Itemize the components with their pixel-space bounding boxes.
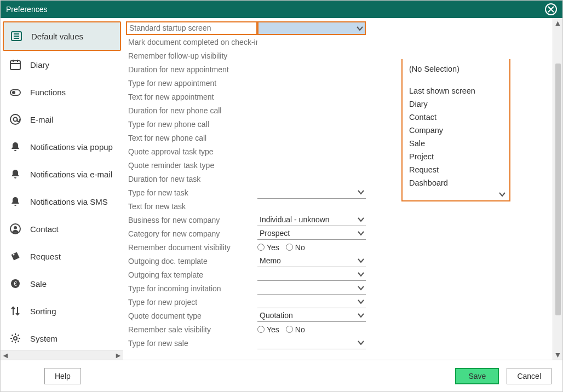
radio-option[interactable]: No [286, 243, 305, 252]
sidebar-item-label: Contact [30, 224, 59, 234]
radio-option[interactable]: No [286, 325, 305, 334]
pref-row-quote-document-type: Quote document typeQuotation [126, 309, 550, 322]
scroll-right-icon: ► [114, 351, 122, 359]
dropdown-option[interactable]: Request [409, 163, 507, 176]
sidebar-item-sorting[interactable]: Sorting [3, 297, 121, 325]
sidebar-item-label: Notifications via popup [30, 142, 113, 152]
sidebar-item-label: E-mail [30, 115, 54, 124]
dropdown-option-no-selection[interactable]: (No Selection) [409, 62, 507, 76]
scroll-left-icon: ◄ [2, 351, 9, 359]
pref-row-remember-sale-visibility: Remember sale visibilityYesNo [126, 322, 550, 336]
user-icon [9, 223, 21, 235]
toggle-icon [9, 86, 21, 98]
money-icon [9, 278, 21, 290]
radio-input[interactable] [286, 244, 293, 251]
scroll-up-icon: ▲ [554, 19, 562, 27]
pref-label: Standard startup screen [126, 21, 257, 35]
sidebar-item-sale[interactable]: Sale [3, 270, 121, 297]
pref-label: Type for new phone call [126, 120, 257, 129]
pref-row-type-for-new-sale: Type for new sale [126, 336, 550, 350]
sidebar-item-system[interactable]: System [3, 325, 121, 350]
pref-dropdown[interactable] [257, 269, 366, 281]
close-icon [548, 6, 554, 13]
dropdown-option[interactable]: Diary [409, 97, 507, 111]
chevron-down-icon [357, 284, 365, 292]
pref-dropdown[interactable]: Prospect [257, 228, 366, 240]
pref-label: Category for new company [126, 229, 257, 238]
pref-label: Duration for new phone call [126, 106, 257, 115]
sidebar-horizontal-scrollbar[interactable]: ◄ ► [1, 350, 123, 360]
radio-option[interactable]: Yes [257, 243, 279, 252]
pref-row-mark-document-completed-on-check-in: Mark document completed on check-in [126, 35, 550, 49]
pref-dropdown[interactable]: Quotation [257, 310, 366, 322]
save-button[interactable]: Save [455, 368, 499, 384]
pref-radio-group: YesNo [257, 324, 366, 336]
pref-label: Quote approval task type [126, 147, 257, 156]
sidebar-item-default-values[interactable]: Default values [3, 21, 121, 51]
pref-row-category-for-new-company: Category for new companyProspect [126, 227, 550, 240]
sidebar-item-notifications-via-popup[interactable]: Notifications via popup [3, 133, 121, 160]
pref-dropdown[interactable]: Memo [257, 255, 366, 267]
sidebar-item-diary[interactable]: Diary [3, 51, 121, 78]
dropdown-option[interactable]: Company [409, 124, 507, 137]
pref-dropdown[interactable] [257, 187, 366, 199]
startup-screen-dropdown-list[interactable]: (No Selection) Last shown screenDiaryCon… [401, 59, 510, 201]
pref-dropdown-value: Individual - unknown [260, 215, 330, 224]
pref-label: Type for new sale [126, 339, 257, 348]
pref-label: Quote document type [126, 312, 257, 320]
pref-dropdown[interactable] [257, 296, 366, 308]
pref-label: Type for new project [126, 298, 257, 307]
dropdown-option[interactable]: Project [409, 150, 507, 163]
sidebar-item-label: Request [30, 252, 61, 261]
chevron-down-icon [357, 216, 365, 223]
sidebar-item-label: Sale [30, 279, 47, 289]
pref-row-remember-document-visibility: Remember document visibilityYesNo [126, 240, 550, 254]
pref-label: Type for incoming invitation [126, 284, 257, 293]
pref-row-type-for-new-project: Type for new project [126, 295, 550, 309]
sort-icon [9, 305, 21, 317]
list-icon [10, 30, 22, 42]
main-vertical-scrollbar[interactable]: ▲ ▼ [553, 18, 562, 360]
pref-label: Text for new appointment [126, 93, 257, 101]
dropdown-option[interactable]: Sale [409, 137, 507, 150]
bell-icon [9, 195, 21, 207]
cancel-button[interactable]: Cancel [507, 368, 551, 384]
pref-row-standard-startup-screen: Standard startup screen [126, 21, 550, 35]
pref-label: Type for new appointment [126, 79, 257, 88]
pref-dropdown[interactable]: Individual - unknown [257, 214, 366, 226]
radio-option[interactable]: Yes [257, 325, 279, 334]
dropdown-option[interactable]: Contact [409, 111, 507, 124]
close-button[interactable] [545, 3, 557, 15]
sidebar-item-notifications-via-e-mail[interactable]: Notifications via e-mail [3, 160, 121, 188]
chevron-down-icon [357, 312, 365, 319]
dropdown-option[interactable]: Last shown screen [409, 84, 507, 97]
pref-dropdown[interactable] [257, 337, 366, 349]
sidebar-item-label: Notifications via SMS [30, 197, 108, 206]
pref-label: Text for new phone call [126, 134, 257, 142]
pref-row-outgoing-doc-template: Outgoing doc. templateMemo [126, 254, 550, 268]
help-button[interactable]: Help [44, 368, 81, 384]
sidebar-item-request[interactable]: Request [3, 243, 121, 270]
sidebar-item-label: System [30, 334, 58, 343]
pref-dropdown-value: Prospect [260, 229, 290, 238]
pref-dropdown[interactable] [257, 283, 366, 295]
pref-label: Remember sale visibility [126, 325, 257, 334]
chevron-down-icon [357, 270, 365, 278]
titlebar: Preferences [1, 1, 562, 18]
bell-icon [9, 168, 21, 180]
sidebar-item-contact[interactable]: Contact [3, 215, 121, 243]
scrollbar-thumb[interactable] [555, 64, 561, 315]
radio-input[interactable] [286, 326, 293, 333]
radio-input[interactable] [257, 244, 265, 251]
sidebar-item-notifications-via-sms[interactable]: Notifications via SMS [3, 188, 121, 215]
chevron-down-icon [357, 188, 365, 196]
sidebar-item-functions[interactable]: Functions [3, 78, 121, 106]
sidebar-item-label: Functions [30, 88, 66, 97]
tag-icon [9, 250, 21, 262]
chevron-down-icon [356, 25, 364, 32]
pref-dropdown[interactable] [257, 21, 366, 35]
radio-input[interactable] [257, 326, 265, 333]
pref-row-outgoing-fax-template: Outgoing fax template [126, 268, 550, 281]
sidebar-item-e-mail[interactable]: E-mail [3, 106, 121, 133]
dropdown-option[interactable]: Dashboard [409, 176, 507, 189]
